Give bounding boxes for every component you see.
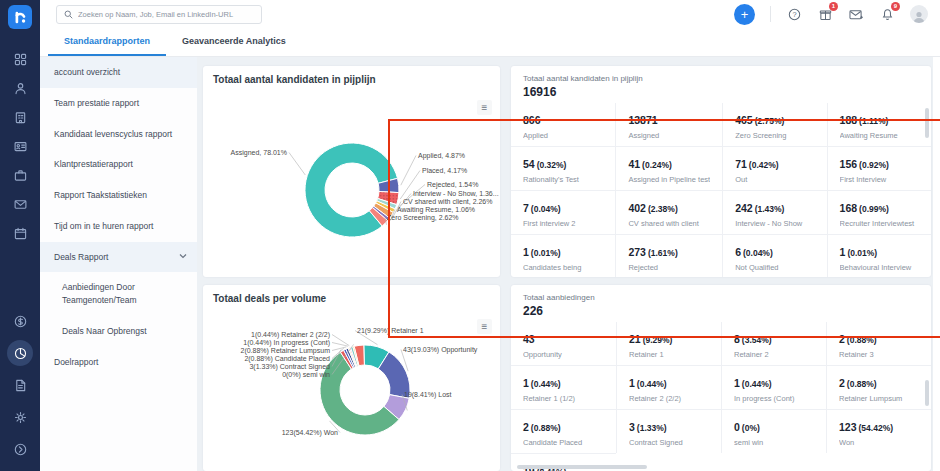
deals-volume-donut: 21(9.29%) Retainer 143(19.03%) Opportuni… xyxy=(203,285,500,471)
deals-stats-card: Totaal aanbiedingen 226 43Opportunity21(… xyxy=(511,285,931,471)
donut-label-in-progress-cont: 1(0.44%) In progress (Cont) xyxy=(243,339,330,347)
stat-cell-rationality-s-test: 54(0.32%)Rationality's Test xyxy=(511,146,615,190)
stat-cell-interview-no-show: 242(1.43%)Interview - No Show xyxy=(722,190,826,234)
scrollbar-thumb[interactable] xyxy=(925,380,929,406)
sidebar-item-rapport-taakstatistieken[interactable]: Rapport Taakstatistieken xyxy=(40,180,197,211)
stats-total: 16916 xyxy=(523,85,919,99)
gifts-badge: 1 xyxy=(829,2,838,11)
chart-title: Totaal aantal kandidaten in pijplijn xyxy=(213,74,376,85)
sidebar-item-kandidaat-levenscyclus-rapport[interactable]: Kandidaat levenscyclus rapport xyxy=(40,119,197,150)
donut-label-won: 123(54.42%) Won xyxy=(282,429,338,437)
collapse-icon[interactable] xyxy=(7,436,33,462)
stat-cell-retainer-lumpsum: 2(0.88%)Retainer Lumpsum xyxy=(826,365,931,409)
stat-cell-retainer-1-1-2: 1(0.44%)Retainer 1 (1/2) xyxy=(511,365,616,409)
stat-cell-opportunity: 43Opportunity xyxy=(511,322,616,365)
sidebar-item-klantprestatierapport[interactable]: Klantprestatierapport xyxy=(40,149,197,180)
stat-cell-first-interview-2: 7(0.04%)First interview 2 xyxy=(511,190,615,234)
donut-label-awaiting-resume: Awaiting Resume, 1.06% xyxy=(397,206,475,214)
stat-cell-semi-win: 0(0%)semi win xyxy=(721,409,826,453)
sidebar-item-aanbiedingen-door-teamgenoten-team[interactable]: Aanbiedingen Door Teamgenoten/Team xyxy=(40,272,197,316)
candidates-pipeline-donut: Assigned, 78.01%Applied, 4.87%Placed, 4.… xyxy=(203,66,500,277)
donut-label-semi-win: 0(0%) semi win xyxy=(282,371,330,379)
settings-icon[interactable] xyxy=(7,404,33,430)
stat-cell-first-interview: 156(0.92%)First Interview xyxy=(827,146,931,190)
donut-label-retainer-1: 21(9.29%) Retainer 1 xyxy=(357,327,424,335)
sidebar-item-team-prestatie-rapport[interactable]: Team prestatie rapport xyxy=(40,88,197,119)
stat-cell-assigned-in-pipeline-test: 41(0.24%)Assigned in Pipeline test xyxy=(615,146,722,190)
donut-label-lost: 19(8.41%) Lost xyxy=(404,391,452,399)
recruit-crm-logo-glyph xyxy=(12,9,28,25)
dashboard-icon[interactable] xyxy=(7,46,33,72)
donut-label-interview-no-show: Interview - No Show, 1.36... xyxy=(413,190,499,197)
stat-cell-recruiter-interviewtest: 168(0.99%)Recruiter Interviewtest xyxy=(827,190,931,234)
pipeline-stats-grid: 866Applied13871Assigned465(2.75%)Zero Sc… xyxy=(511,103,931,277)
avatar[interactable] xyxy=(910,5,928,23)
tab-geavanceerde-analytics[interactable]: Geavanceerde Analytics xyxy=(166,28,302,56)
stat-cell-cv-shared-with-client: 402(2.38%)CV shared with client xyxy=(615,190,722,234)
svg-text:?: ? xyxy=(792,10,796,19)
nav-rail xyxy=(0,0,40,471)
jobs-icon[interactable] xyxy=(7,162,33,188)
app-window: + ? 1 xyxy=(0,0,940,471)
stat-cell-retainer-3: 2(0.88%)Retainer 3 xyxy=(826,322,931,365)
stat-cell-contract-signed: 3(1.33%)Contract Signed xyxy=(616,409,721,453)
stat-cell-in-progress-cont: 1(0.44%)In progress (Cont) xyxy=(721,365,826,409)
stat-cell-candidate-placed: 2(0.88%)Candidate Placed xyxy=(511,409,616,453)
search-input[interactable] xyxy=(78,10,254,19)
donut-label-retainer-2-2-2: 1(0.44%) Retainer 2 (2/2) xyxy=(251,331,330,339)
donut-label-opportunity: 43(19.03%) Opportunity xyxy=(403,346,478,354)
tabbar: StandaardrapportenGeavanceerde Analytics xyxy=(40,28,940,57)
stats-total: 226 xyxy=(523,304,919,318)
candidates-pipeline-stats-card: Totaal aantal kandidaten in pijplijn 169… xyxy=(511,66,931,277)
sidebar-item-deals-rapport[interactable]: Deals Rapport xyxy=(40,242,197,273)
gifts-icon[interactable]: 1 xyxy=(817,6,833,22)
stat-cell-behavioural-interview: 1(0.01%)Behavioural Interview xyxy=(827,234,931,277)
chart-context-menu-button[interactable]: ≡ xyxy=(477,319,492,334)
stat-cell-retainer-1: 21(9.29%)Retainer 1 xyxy=(616,322,721,365)
stat-cell-out: 71(0.42%)Out xyxy=(722,146,826,190)
donut-label-contract-signed: 3(1.33%) Contract Signed xyxy=(249,363,330,371)
donut-label-zero-screening: Zero Screening, 2.62% xyxy=(387,214,459,222)
stats-title: Totaal aantal kandidaten in pijplijn xyxy=(523,74,919,83)
deals-volume-chart-card: 21(9.29%) Retainer 143(19.03%) Opportuni… xyxy=(203,285,500,471)
donut-label-retainer-lumpsum: 2(0.88%) Retainer Lumpsum xyxy=(241,347,331,355)
global-search[interactable] xyxy=(56,5,262,24)
stat-cell-retainer-2-2-2: 1(0.44%)Retainer 2 (2/2) xyxy=(616,365,721,409)
deals-icon[interactable] xyxy=(7,308,33,334)
stat-cell-applied: 866Applied xyxy=(511,103,615,146)
label-connector xyxy=(332,335,349,346)
stat-cell-rejected: 273(1.61%)Rejected xyxy=(615,234,722,277)
label-connector xyxy=(401,156,416,186)
donut-label-applied: Applied, 4.87% xyxy=(418,152,465,160)
contacts-icon[interactable] xyxy=(7,133,33,159)
stat-cell-retainer-2: 8(3.54%)Retainer 2 xyxy=(721,322,826,365)
topbar-divider xyxy=(770,6,771,22)
tab-standaardrapporten[interactable]: Standaardrapporten xyxy=(48,28,166,56)
help-icon[interactable]: ? xyxy=(786,6,802,22)
chart-context-menu-button[interactable]: ≡ xyxy=(477,100,492,115)
notifications-badge: 9 xyxy=(891,2,900,11)
horizontal-scrollbar-thumb[interactable] xyxy=(517,465,647,469)
chevron-down-icon xyxy=(179,253,187,259)
documents-icon[interactable] xyxy=(7,372,33,398)
notifications-icon[interactable]: 9 xyxy=(879,6,895,22)
email-icon[interactable] xyxy=(7,191,33,217)
scrollbar-thumb[interactable] xyxy=(925,108,929,138)
companies-icon[interactable] xyxy=(7,104,33,130)
stat-cell-not-qualified: 6(0.04%)Not Qualified xyxy=(722,234,826,277)
sidebar-item-deals-naar-opbrengst[interactable]: Deals Naar Opbrengst xyxy=(40,316,197,347)
deals-stats-grid: 43Opportunity21(9.29%)Retainer 18(3.54%)… xyxy=(511,322,931,471)
search-icon xyxy=(64,10,73,19)
stats-title: Totaal aanbiedingen xyxy=(523,293,919,302)
topbar: + ? 1 xyxy=(40,0,940,28)
reports-icon[interactable] xyxy=(7,340,33,366)
quick-add-button[interactable]: + xyxy=(734,4,755,25)
donut-label-placed: Placed, 4.17% xyxy=(422,167,467,174)
calendar-icon[interactable] xyxy=(7,220,33,246)
donut-label-assigned: Assigned, 78.01% xyxy=(231,149,287,157)
sidebar-item-tijd-om-in-te-huren-rapport[interactable]: Tijd om in te huren rapport xyxy=(40,211,197,242)
candidates-icon[interactable] xyxy=(7,75,33,101)
mail-add-icon[interactable] xyxy=(848,6,864,22)
sidebar-item-doelrapport[interactable]: Doelrapport xyxy=(40,347,197,378)
sidebar-item-account-overzicht[interactable]: account overzicht xyxy=(40,57,197,88)
